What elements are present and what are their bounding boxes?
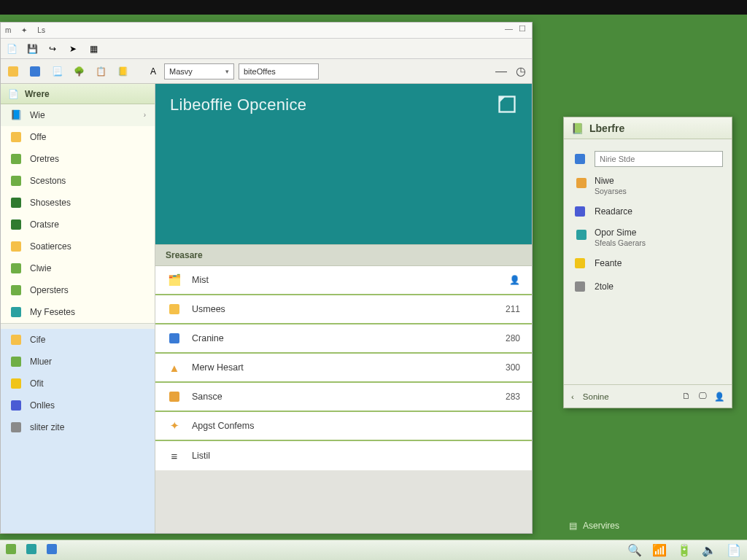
list-item[interactable]: Sansce283 — [155, 383, 532, 412]
taskbar-app-icon[interactable] — [47, 544, 57, 557]
sidebar-item-soatierces[interactable]: Soatierces — [1, 236, 155, 257]
chevron-right-icon: › — [144, 111, 146, 119]
panel-item-label: Readarce — [595, 206, 632, 217]
folder-icon — [9, 333, 23, 346]
sidebar-item-oratsre[interactable]: Oratsre — [1, 214, 155, 236]
menu-item[interactable]: ✦ — [21, 26, 27, 34]
desktop-shortcut[interactable]: ▤ Aservires — [569, 521, 619, 531]
font-icon[interactable]: A — [147, 65, 160, 78]
save-icon[interactable]: 💾 — [26, 42, 39, 55]
list-item-label: Sansce — [192, 392, 222, 402]
panel-item-oporsime[interactable]: Opor Sime Sfeals Gaerars — [571, 223, 724, 252]
box-icon — [573, 204, 587, 219]
sidebar: 📄 Wrere 📘Wie› Offe Oretres Scestons Shos… — [1, 84, 155, 533]
page-icon[interactable]: 📃 — [50, 65, 63, 78]
sidebar-item-ofit[interactable]: Ofit — [1, 373, 155, 394]
doc-icon: 📘 — [9, 109, 23, 122]
panel-title: Lberfre — [589, 122, 624, 134]
sidebar-divider — [1, 323, 155, 329]
list-item[interactable]: ≡Listil — [155, 441, 532, 470]
sidebar-item-onlles[interactable]: Onlles — [1, 394, 155, 416]
sidebar-item-wie[interactable]: 📘Wie› — [1, 104, 155, 126]
taskbar-app-icon[interactable] — [26, 544, 36, 557]
panel-item-niwe[interactable]: Niwe Soyarses — [571, 171, 724, 200]
list-item-value: 211 — [506, 304, 520, 314]
dash-icon[interactable]: — — [495, 65, 507, 78]
page2-icon[interactable]: 📋 — [94, 65, 107, 78]
maximize-icon[interactable]: ☐ — [519, 24, 526, 34]
tray-icon[interactable]: 📄 — [727, 543, 741, 557]
os-taskbar: 🔍 📶 🔋 🔈 📄 — [0, 540, 747, 560]
list-item[interactable]: Usmees211 — [155, 295, 532, 324]
panel-item-feante[interactable]: Feante — [571, 252, 724, 275]
pf-icon[interactable]: 👤 — [714, 392, 724, 402]
list-item[interactable]: ▲Merw Hesart300 — [155, 354, 532, 383]
sidebar-item-mluer[interactable]: Mluer — [1, 351, 155, 373]
sheet-icon — [9, 355, 23, 368]
tray-icon[interactable]: 🔍 — [627, 543, 642, 557]
back-icon[interactable]: ‹ — [571, 392, 574, 401]
sidebar-item-label: Oretres — [30, 154, 59, 164]
sidebar-item-scestons[interactable]: Scestons — [1, 170, 155, 192]
sidebar-item-sliterzite[interactable]: sliter zite — [1, 416, 155, 438]
panel-item-2tole[interactable]: 2tole — [571, 275, 724, 298]
sidebar-item-opersters[interactable]: Opersters — [1, 279, 155, 301]
tray-icon[interactable]: 📶 — [652, 543, 667, 557]
chat-icon — [9, 262, 23, 275]
sidebar-item-label: Shosestes — [30, 198, 71, 208]
app-logo-icon — [497, 94, 517, 114]
doc-icon — [574, 228, 589, 242]
sidebar-item-label: Opersters — [30, 285, 69, 295]
arrow-icon[interactable]: ➤ — [66, 42, 80, 55]
cube-icon[interactable] — [28, 65, 42, 78]
sidebar-item-label: Onlles — [30, 400, 55, 411]
list-item-label: Mist — [192, 275, 209, 285]
tray-icon[interactable]: 🔋 — [677, 543, 692, 557]
content-area: Libeoffie Opcenice Sreasare 🗂️Mist👤 Usme… — [155, 84, 532, 533]
panel-item-readarce[interactable]: Readarce — [571, 200, 724, 223]
sidebar-item-myfesetes[interactable]: My Fesetes — [1, 301, 155, 323]
menu-item[interactable]: m — [5, 26, 11, 34]
list-item[interactable]: Cranine280 — [155, 324, 532, 354]
sidebar-item-offe[interactable]: Offe — [1, 126, 155, 148]
start-icon[interactable] — [6, 544, 16, 557]
sidebar-header: 📄 Wrere — [1, 84, 155, 104]
chevron-down-icon: ▾ — [225, 68, 229, 75]
folder-icon — [9, 131, 23, 144]
panel-search-row — [571, 147, 724, 171]
globe-icon[interactable]: ◷ — [516, 64, 526, 78]
send-icon[interactable]: ↪ — [46, 42, 59, 55]
sidebar-item-oretres[interactable]: Oretres — [1, 148, 155, 170]
tray-icon[interactable]: 🔈 — [702, 543, 716, 557]
sidebar-item-cife[interactable]: Cife — [1, 329, 155, 351]
folder-icon[interactable] — [7, 65, 20, 78]
minimize-icon[interactable]: — — [505, 24, 513, 34]
list-item[interactable]: 🗂️Mist👤 — [155, 266, 532, 295]
sidebar-group-secondary: Cife Mluer Ofit Onlles sliter zite — [1, 329, 155, 533]
panel-header: 📗 Lberfre — [564, 117, 732, 139]
book-icon — [9, 218, 23, 231]
new-doc-icon[interactable]: 📄 — [5, 42, 18, 55]
sidebar-item-label: Ofit — [30, 378, 44, 389]
pf-icon[interactable]: 🗋 — [682, 392, 691, 402]
combo-font-value: biteOffes — [244, 67, 276, 76]
note-icon[interactable]: 📒 — [116, 65, 129, 78]
sidebar-item-label: Cife — [30, 335, 45, 345]
table-icon[interactable]: ▦ — [87, 42, 100, 55]
panel-footer: ‹ Sonine 🗋 🖵 👤 — [564, 384, 732, 408]
combo-style[interactable]: Masvy ▾ — [164, 63, 234, 79]
hero-banner: Libeoffie Opcenice — [155, 84, 532, 244]
menu-item[interactable]: Ls — [37, 26, 45, 34]
box-icon — [9, 284, 23, 297]
sidebar-item-clwie[interactable]: Clwie — [1, 257, 155, 279]
list-item[interactable]: ✦Apgst Confems — [155, 412, 532, 441]
sidebar-item-shosestes[interactable]: Shosestes — [1, 192, 155, 214]
combo-font[interactable]: biteOffes — [239, 63, 319, 79]
list-item-label: Cranine — [192, 333, 224, 343]
triangle-icon: ▲ — [167, 360, 182, 375]
pf-icon[interactable]: 🖵 — [698, 392, 707, 402]
tree-icon[interactable]: 🌳 — [72, 65, 85, 78]
panel-search-input[interactable] — [595, 151, 723, 167]
panel-item-sublabel: Sfeals Gaerars — [595, 238, 646, 247]
panel-logo-icon: 📗 — [571, 122, 584, 134]
